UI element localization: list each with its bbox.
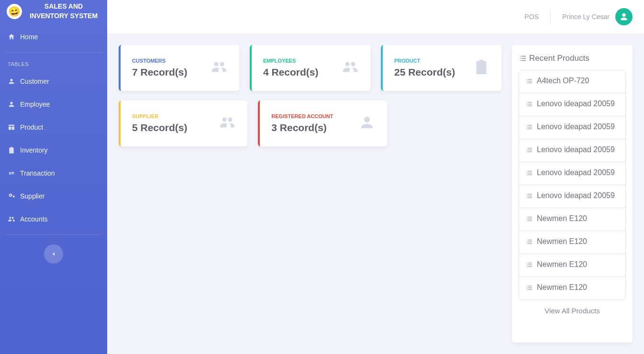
- clipboard-icon: [473, 58, 490, 77]
- user-icon: [358, 114, 376, 133]
- card-product[interactable]: PRODUCT 25 Record(s): [381, 45, 501, 91]
- user-menu[interactable]: Prince Ly Cesar: [562, 8, 633, 25]
- recent-product-item[interactable]: Lenovo ideapad 20059: [519, 162, 625, 185]
- list-icon: [526, 168, 533, 179]
- sidebar-item-label: Inventory: [20, 146, 48, 154]
- list-icon: [526, 283, 533, 294]
- cards-area: CUSTOMERS 7 Record(s) EMPLOYEES 4 Record…: [119, 45, 501, 343]
- list-icon: [519, 54, 527, 63]
- panel-title: Recent Products: [519, 54, 626, 63]
- sidebar-item-label: Customer: [20, 77, 49, 85]
- recent-product-item[interactable]: Newmen E120: [519, 277, 625, 299]
- recent-product-item[interactable]: Lenovo ideapad 20059: [519, 93, 625, 116]
- users-icon: [211, 58, 228, 77]
- card-value: 7 Record(s): [132, 66, 188, 78]
- user-name-label: Prince Ly Cesar: [562, 13, 610, 21]
- sidebar-item-customer[interactable]: Customer: [0, 70, 107, 93]
- card-employees[interactable]: EMPLOYEES 4 Record(s): [250, 45, 370, 91]
- recent-product-item[interactable]: Newmen E120: [519, 254, 625, 277]
- sidebar-collapse-button[interactable]: [44, 244, 63, 264]
- recent-product-item[interactable]: Lenovo ideapad 20059: [519, 185, 625, 208]
- sidebar-item-supplier[interactable]: Supplier: [0, 185, 107, 208]
- list-icon: [526, 76, 533, 87]
- recent-product-name: Lenovo ideapad 20059: [537, 145, 615, 155]
- card-registered-account[interactable]: REGISTERED ACCOUNT 3 Record(s): [258, 100, 387, 146]
- sidebar-item-product[interactable]: Product: [0, 116, 107, 139]
- cogs-icon: [8, 192, 15, 200]
- sidebar-item-home[interactable]: Home: [0, 25, 107, 48]
- recent-product-name: Lenovo ideapad 20059: [537, 191, 615, 200]
- sidebar-item-label: Employee: [20, 100, 50, 108]
- list-icon: [526, 145, 533, 156]
- card-value: 4 Record(s): [263, 66, 319, 78]
- sidebar: SALES AND INVENTORY SYSTEM Home TABLES C…: [0, 0, 107, 354]
- recent-product-item[interactable]: Newmen E120: [519, 231, 625, 254]
- card-label: PRODUCT: [394, 58, 455, 64]
- recent-products-panel: Recent Products A4tech OP-720Lenovo idea…: [512, 45, 633, 343]
- topbar: POS Prince Ly Cesar: [107, 0, 644, 33]
- recent-product-name: Lenovo ideapad 20059: [537, 99, 615, 109]
- sidebar-divider: [6, 52, 101, 53]
- home-icon: [8, 33, 15, 41]
- brand[interactable]: SALES AND INVENTORY SYSTEM: [0, 0, 107, 25]
- clipboard-icon: [8, 146, 15, 154]
- view-all-products-link[interactable]: View All Products: [519, 300, 626, 317]
- recent-product-item[interactable]: Lenovo ideapad 20059: [519, 139, 625, 162]
- sidebar-item-label: Transaction: [20, 169, 55, 177]
- users-icon: [219, 114, 236, 133]
- brand-logo-icon: [5, 2, 23, 20]
- table-icon: [8, 123, 15, 131]
- card-label: CUSTOMERS: [132, 58, 188, 64]
- sidebar-divider: [6, 234, 101, 235]
- users-icon: [8, 215, 15, 223]
- list-icon: [526, 191, 533, 202]
- sidebar-item-accounts[interactable]: Accounts: [0, 208, 107, 231]
- list-icon: [526, 122, 533, 133]
- card-value: 25 Record(s): [394, 66, 455, 78]
- sidebar-heading-tables: TABLES: [0, 56, 107, 70]
- recent-product-item[interactable]: A4tech OP-720: [519, 70, 625, 93]
- card-label: EMPLOYEES: [263, 58, 319, 64]
- topbar-link-pos[interactable]: POS: [524, 13, 539, 21]
- topbar-separator: [550, 10, 551, 24]
- recent-product-name: Newmen E120: [537, 283, 587, 292]
- recent-products-list: A4tech OP-720Lenovo ideapad 20059Lenovo …: [519, 70, 626, 300]
- avatar: [615, 8, 633, 25]
- sidebar-item-inventory[interactable]: Inventory: [0, 139, 107, 162]
- list-icon: [526, 237, 533, 248]
- list-icon: [526, 214, 533, 225]
- card-value: 3 Record(s): [271, 122, 333, 133]
- recent-product-item[interactable]: Newmen E120: [519, 208, 625, 231]
- exchange-icon: [8, 169, 15, 177]
- recent-product-name: Lenovo ideapad 20059: [537, 168, 615, 177]
- recent-product-name: Newmen E120: [537, 260, 587, 269]
- sidebar-item-employee[interactable]: Employee: [0, 93, 107, 116]
- sidebar-item-label: Supplier: [20, 192, 44, 200]
- user-icon: [8, 77, 15, 85]
- list-icon: [526, 99, 533, 110]
- chevron-left-icon: [50, 251, 57, 257]
- user-icon: [8, 100, 15, 108]
- card-value: 5 Record(s): [132, 122, 188, 133]
- users-icon: [342, 58, 359, 77]
- sidebar-item-transaction[interactable]: Transaction: [0, 162, 107, 185]
- sidebar-item-label: Product: [20, 123, 43, 131]
- brand-title: SALES AND INVENTORY SYSTEM: [27, 2, 100, 21]
- recent-product-name: A4tech OP-720: [537, 76, 589, 86]
- card-label: SUPPLIER: [132, 113, 188, 119]
- recent-product-name: Newmen E120: [537, 237, 587, 246]
- main: POS Prince Ly Cesar CUSTOMERS 7 Record(s…: [107, 0, 644, 354]
- recent-product-name: Lenovo ideapad 20059: [537, 122, 615, 132]
- card-supplier[interactable]: SUPPLIER 5 Record(s): [119, 100, 247, 146]
- recent-product-item[interactable]: Lenovo ideapad 20059: [519, 116, 625, 139]
- recent-product-name: Newmen E120: [537, 214, 587, 223]
- list-icon: [526, 260, 533, 271]
- card-label: REGISTERED ACCOUNT: [271, 113, 333, 119]
- content: CUSTOMERS 7 Record(s) EMPLOYEES 4 Record…: [107, 33, 644, 354]
- sidebar-item-label: Accounts: [20, 215, 48, 223]
- card-customers[interactable]: CUSTOMERS 7 Record(s): [119, 45, 239, 91]
- sidebar-item-label: Home: [20, 33, 38, 41]
